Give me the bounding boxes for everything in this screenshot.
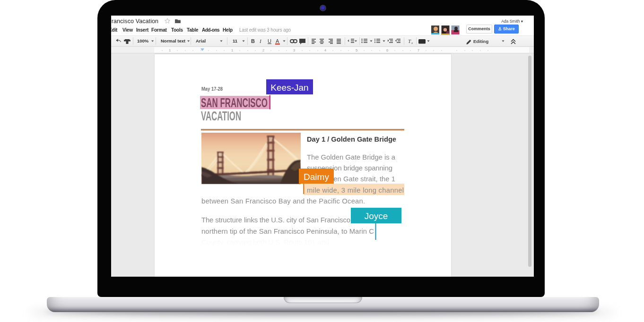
svg-text:6: 6 — [386, 48, 388, 52]
svg-text:VACATION: VACATION — [201, 109, 241, 123]
svg-text:1: 1 — [231, 48, 233, 52]
svg-text:B: B — [251, 38, 255, 44]
svg-text:northern tip of the San Franci: northern tip of the San Francisco Penins… — [201, 228, 374, 235]
svg-text:Editing: Editing — [473, 39, 488, 44]
svg-text:Normal text: Normal text — [161, 38, 186, 43]
svg-text:The Golden Gate Bridge is a: The Golden Gate Bridge is a — [307, 153, 396, 161]
svg-text:Day 1 / Golden Gate Bridge: Day 1 / Golden Gate Bridge — [307, 136, 396, 143]
svg-text:between San Francisco Bay and: between San Francisco Bay and the Pacifi… — [201, 197, 365, 205]
svg-text:May 17-28: May 17-28 — [201, 86, 223, 92]
svg-text:1: 1 — [169, 48, 171, 52]
svg-text:2: 2 — [262, 48, 264, 52]
svg-text:SAN FRANCISCO: SAN FRANCISCO — [201, 95, 268, 110]
svg-text:11: 11 — [233, 38, 238, 43]
svg-text:5: 5 — [356, 48, 357, 52]
svg-text:U: U — [268, 38, 271, 44]
svg-text:T: T — [408, 38, 411, 44]
svg-text:A: A — [276, 38, 279, 44]
svg-text:Daimy: Daimy — [304, 172, 329, 182]
svg-text:I: I — [259, 38, 262, 44]
svg-text:Kees-Jan: Kees-Jan — [270, 83, 308, 93]
svg-text:3: 3 — [293, 48, 295, 52]
svg-text:4: 4 — [324, 48, 326, 52]
svg-text:Arial: Arial — [196, 38, 206, 43]
svg-text:7: 7 — [418, 48, 419, 52]
svg-text:x: x — [411, 41, 413, 45]
svg-text:Joyce: Joyce — [365, 211, 388, 221]
svg-text:mile wide, 3 mile long channel: mile wide, 3 mile long channel — [307, 186, 404, 194]
svg-text:The structure links the U.S. c: The structure links the U.S. city of San… — [201, 216, 350, 224]
svg-text:100%: 100% — [137, 38, 149, 43]
